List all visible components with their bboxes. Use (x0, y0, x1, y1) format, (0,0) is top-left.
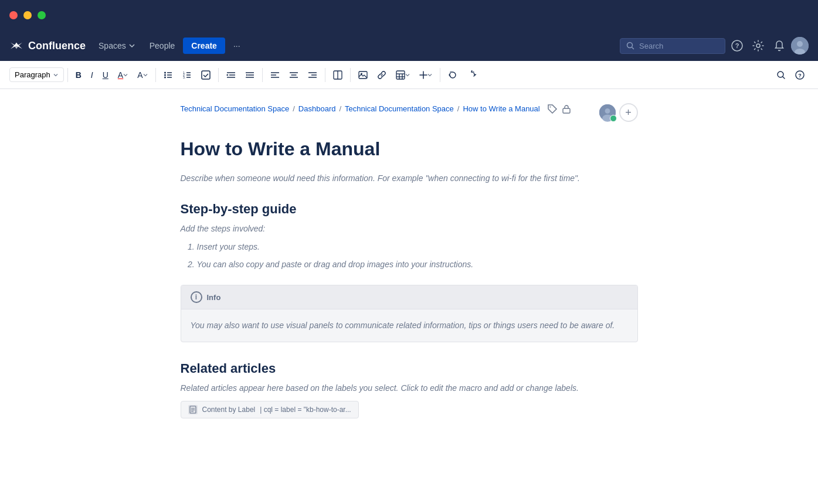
paragraph-select[interactable]: Paragraph (9, 67, 64, 82)
people-menu[interactable]: People (144, 38, 181, 54)
add-watcher-button[interactable]: + (619, 103, 638, 122)
label-icon[interactable] (547, 103, 558, 114)
editor-toolbar: Paragraph B I U A A 1. 2. 3. (0, 61, 818, 89)
notifications-button[interactable] (770, 36, 789, 55)
toolbar-search-button[interactable] (772, 67, 790, 83)
svg-point-48 (549, 106, 551, 107)
bell-icon (773, 40, 785, 52)
svg-line-45 (783, 77, 785, 79)
link-icon (377, 70, 386, 80)
indent-increase-button[interactable] (241, 67, 259, 83)
breadcrumb-item-4[interactable]: How to Write a Manual (463, 104, 539, 113)
chevron-down-icon (53, 72, 59, 78)
section1-heading: Step-by-step guide (181, 202, 638, 217)
question-icon: ? (731, 40, 743, 52)
breadcrumb-item-3[interactable]: Technical Documentation Space (345, 104, 454, 113)
bullet-list-button[interactable] (159, 67, 177, 83)
info-icon: i (191, 291, 202, 303)
indent-decrease-icon (226, 70, 236, 80)
online-badge (610, 115, 617, 122)
table-button[interactable] (392, 67, 414, 83)
table-icon (396, 70, 405, 80)
toolbar-separator (218, 68, 219, 82)
create-button[interactable]: Create (183, 38, 225, 54)
svg-point-9 (164, 74, 166, 76)
underline-button[interactable]: U (99, 67, 113, 83)
more-menu[interactable]: ··· (228, 38, 246, 54)
numbered-list-button[interactable]: 1. 2. 3. (178, 67, 196, 83)
nav-bar: Confluence Spaces People Create ··· ? (0, 30, 818, 61)
svg-text:?: ? (798, 73, 802, 79)
svg-point-0 (627, 43, 633, 48)
align-left-button[interactable] (266, 67, 284, 83)
svg-rect-19 (202, 71, 210, 79)
svg-text:?: ? (735, 42, 739, 49)
bold-button[interactable]: B (72, 67, 86, 83)
confluence-logo-icon (9, 39, 23, 53)
breadcrumb: Technical Documentation Space / Dashboar… (181, 103, 572, 114)
link-button[interactable] (373, 67, 391, 83)
svg-point-44 (778, 71, 783, 77)
svg-point-51 (605, 108, 610, 114)
checkbox-icon (201, 70, 211, 80)
layout-button[interactable] (329, 67, 347, 83)
info-label: Info (207, 293, 221, 302)
settings-button[interactable] (749, 36, 768, 55)
logo[interactable]: Confluence (9, 39, 86, 53)
tag-icon (547, 104, 558, 114)
toolbar-separator (262, 68, 263, 82)
section1-subtext: Add the steps involved: (181, 224, 638, 233)
svg-text:3.: 3. (183, 76, 185, 79)
user-avatar-1[interactable] (598, 103, 617, 122)
title-bar (0, 0, 818, 30)
align-right-icon (308, 70, 317, 80)
task-list-button[interactable] (197, 67, 215, 83)
spaces-menu[interactable]: Spaces (93, 38, 141, 54)
breadcrumb-item-2[interactable]: Dashboard (298, 104, 336, 113)
chevron-down-icon (123, 73, 128, 77)
layout-icon (333, 70, 342, 80)
indent-decrease-button[interactable] (222, 67, 240, 83)
breadcrumb-item-1[interactable]: Technical Documentation Space (181, 104, 290, 113)
search-icon (776, 70, 786, 80)
lock-icon (561, 104, 572, 114)
font-color-button[interactable]: A (114, 67, 132, 83)
toolbar-separator (350, 68, 351, 82)
user-avatar[interactable] (791, 37, 809, 55)
undo-icon (448, 70, 457, 80)
avatar-group: + (598, 103, 638, 122)
content-cql-text: | cql = label = "kb-how-to-ar... (260, 406, 351, 414)
content-by-label-block[interactable]: Content by Label | cql = label = "kb-how… (181, 401, 359, 418)
lock-icon[interactable] (561, 103, 572, 114)
chevron-down-icon (405, 73, 410, 77)
toolbar-separator (155, 68, 156, 82)
chevron-down-icon (143, 73, 148, 77)
italic-button[interactable]: I (87, 67, 97, 83)
image-button[interactable] (354, 67, 372, 83)
info-panel-body: You may also want to use visual panels t… (181, 309, 637, 341)
close-button[interactable] (9, 11, 18, 19)
page-title: How to Write a Manual (181, 138, 638, 160)
search-bar[interactable] (620, 38, 725, 54)
help-button[interactable]: ? (728, 36, 746, 55)
svg-rect-39 (396, 71, 405, 79)
chevron-down-icon (427, 73, 432, 77)
align-right-button[interactable] (304, 67, 321, 83)
related-heading: Related articles (181, 361, 638, 376)
align-center-button[interactable] (285, 67, 303, 83)
font-size-button[interactable]: A (133, 67, 151, 83)
search-input[interactable] (639, 42, 710, 50)
image-icon (358, 70, 368, 80)
undo-button[interactable] (444, 67, 461, 83)
toolbar-help-button[interactable]: ? (791, 67, 809, 83)
redo-button[interactable] (463, 67, 480, 83)
document-icon (188, 405, 198, 414)
gear-icon (752, 40, 764, 52)
content-label-text: Content by Label (202, 406, 256, 414)
chevron-down-icon (128, 42, 135, 49)
info-panel: i Info You may also want to use visual p… (181, 285, 638, 342)
minimize-button[interactable] (23, 11, 32, 19)
insert-button[interactable] (415, 68, 436, 82)
numbered-list-icon: 1. 2. 3. (182, 70, 192, 80)
maximize-button[interactable] (38, 11, 46, 19)
